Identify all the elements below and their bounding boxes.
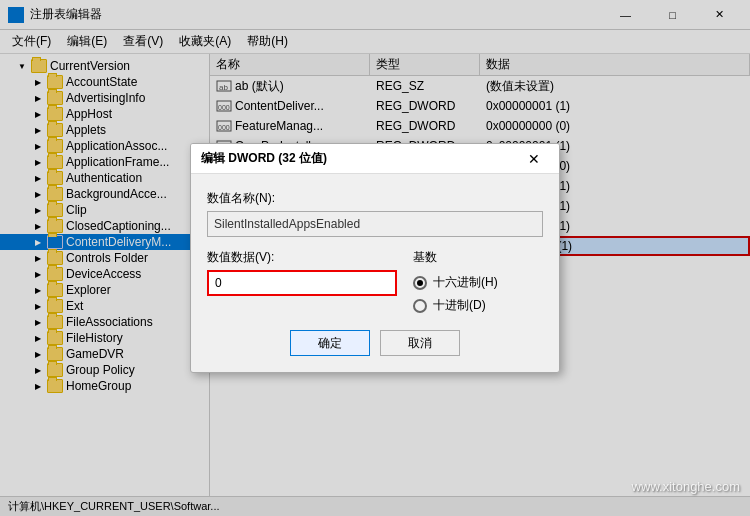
dialog-title: 编辑 DWORD (32 位值) (201, 150, 519, 167)
radio-dec-label: 十进制(D) (433, 297, 486, 314)
radio-hex[interactable]: 十六进制(H) (413, 274, 543, 291)
radio-group: 十六进制(H) 十进制(D) (413, 274, 543, 314)
dialog-left-section: 数值数据(V): (207, 249, 397, 314)
value-name-input[interactable] (207, 211, 543, 237)
dialog-right-section: 基数 十六进制(H) 十进制(D) (413, 249, 543, 314)
dialog-overlay: 编辑 DWORD (32 位值) ✕ 数值名称(N): 数值数据(V): 基数 … (0, 0, 750, 516)
dialog-content: 数值名称(N): 数值数据(V): 基数 十六进制(H) (191, 174, 559, 372)
dialog-data-row: 数值数据(V): 基数 十六进制(H) 十进制(D) (207, 249, 543, 314)
dialog-buttons: 确定 取消 (207, 330, 543, 356)
dialog-title-bar: 编辑 DWORD (32 位值) ✕ (191, 144, 559, 174)
value-data-input[interactable] (207, 270, 397, 296)
value-name-label: 数值名称(N): (207, 190, 543, 207)
edit-dword-dialog: 编辑 DWORD (32 位值) ✕ 数值名称(N): 数值数据(V): 基数 … (190, 143, 560, 373)
ok-button[interactable]: 确定 (290, 330, 370, 356)
radio-dec[interactable]: 十进制(D) (413, 297, 543, 314)
radio-hex-label: 十六进制(H) (433, 274, 498, 291)
cancel-button[interactable]: 取消 (380, 330, 460, 356)
value-data-label: 数值数据(V): (207, 249, 397, 266)
base-label: 基数 (413, 249, 543, 266)
dialog-close-button[interactable]: ✕ (519, 145, 549, 173)
radio-dec-circle (413, 299, 427, 313)
radio-hex-circle (413, 276, 427, 290)
